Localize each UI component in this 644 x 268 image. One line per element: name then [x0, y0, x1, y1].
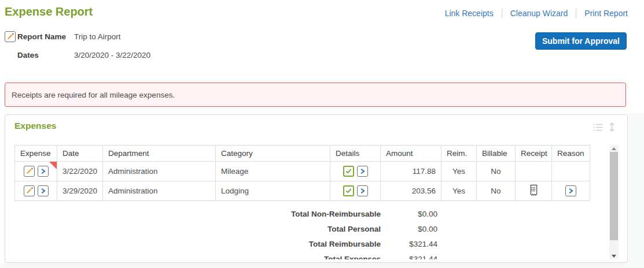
details-open-button[interactable] [357, 166, 368, 177]
edit-expense-button[interactable] [24, 185, 35, 196]
total-label: Total Non-Reimbursable [291, 210, 381, 218]
total-value: $0.00 [381, 210, 437, 218]
billable-cell: No [477, 162, 516, 181]
amount-cell: 203.56 [381, 181, 441, 201]
edit-expense-button[interactable] [24, 166, 35, 177]
total-label: Total Reimbursable [309, 240, 381, 248]
grid-toolbar [593, 122, 616, 132]
pencil-icon [6, 32, 14, 41]
expenses-heading: Expenses [14, 121, 56, 131]
open-expense-button[interactable] [38, 185, 49, 196]
expense-row: 3/29/2020 Administration Lodging [15, 181, 590, 201]
total-expenses-row: Total Expenses $321.44 [14, 251, 437, 259]
resize-grid-icon[interactable] [608, 122, 616, 132]
scrollbar-thumb[interactable] [610, 152, 618, 240]
expenses-panel: Expenses Expense Date Department Categor… [5, 114, 628, 263]
list-options-icon[interactable] [593, 123, 603, 132]
department-cell: Administration [103, 162, 216, 181]
col-receipt: Receipt [516, 146, 552, 162]
report-name-value: Trip to Airport [74, 32, 121, 41]
alert-text: Receipts are required for all mileage ex… [12, 91, 175, 99]
dates-label: Dates [17, 51, 74, 59]
total-label: Total Personal [327, 225, 381, 233]
reim-cell: Yes [441, 181, 477, 201]
total-value: $0.00 [381, 225, 437, 233]
details-checkbox[interactable] [343, 185, 354, 196]
cleanup-wizard-link[interactable]: Cleanup Wizard [510, 9, 568, 18]
reason-cell [552, 162, 590, 181]
background-bottom [0, 263, 644, 268]
date-cell: 3/22/2020 [57, 162, 103, 181]
billable-cell: No [477, 181, 516, 201]
dates-row: Dates 3/20/2020 - 3/22/2020 [5, 51, 150, 59]
report-name-row: Report Name Trip to Airport [5, 31, 121, 42]
background-right [628, 113, 644, 268]
expense-row: 3/22/2020 Administration Mileage [15, 162, 590, 181]
reason-open-button[interactable] [565, 185, 576, 196]
receipt-cell [516, 162, 552, 181]
page-title: Expense Report [5, 5, 93, 18]
col-details: Details [330, 146, 381, 162]
department-cell: Administration [103, 181, 216, 201]
divider [502, 9, 502, 18]
col-reim: Reim. [441, 146, 477, 162]
divider [576, 9, 576, 18]
print-report-link[interactable]: Print Report [584, 9, 628, 18]
submit-for-approval-button[interactable]: Submit for Approval [535, 32, 627, 50]
col-amount: Amount [381, 146, 441, 162]
flag-corner-icon [49, 162, 57, 169]
date-cell: 3/29/2020 [57, 181, 103, 201]
grid-scroll-area: Expense Date Department Category Details… [14, 145, 600, 259]
edit-report-name-button[interactable] [5, 31, 16, 42]
total-personal-row: Total Personal $0.00 [14, 221, 437, 236]
col-date: Date [57, 146, 103, 162]
total-non-reimbursable-row: Total Non-Reimbursable $0.00 [14, 206, 437, 221]
details-cell [330, 181, 381, 201]
details-checkbox[interactable] [343, 166, 354, 177]
col-reason: Reason [552, 146, 590, 162]
header-action-links: Link Receipts Cleanup Wizard Print Repor… [445, 9, 628, 18]
total-value: $321.44 [381, 255, 437, 260]
expenses-table: Expense Date Department Category Details… [14, 145, 590, 201]
reason-cell [552, 181, 590, 201]
expense-actions-cell [15, 162, 57, 181]
reim-cell: Yes [441, 162, 477, 181]
report-name-label: Report Name [17, 32, 74, 41]
receipt-cell [516, 181, 552, 201]
details-open-button[interactable] [357, 185, 368, 196]
category-cell: Lodging [216, 181, 330, 201]
col-department: Department [103, 146, 216, 162]
total-value: $321.44 [381, 240, 437, 248]
link-receipts-link[interactable]: Link Receipts [445, 9, 494, 18]
details-cell [330, 162, 381, 181]
table-header-row: Expense Date Department Category Details… [15, 146, 590, 162]
col-expense: Expense [15, 146, 57, 162]
col-category: Category [216, 146, 330, 162]
expense-actions-cell [15, 181, 57, 201]
scroll-down-button[interactable] [609, 252, 619, 259]
total-label: Total Expenses [324, 255, 381, 260]
dates-value: 3/20/2020 - 3/22/2020 [74, 51, 150, 59]
open-expense-button[interactable] [38, 166, 49, 177]
scroll-up-button[interactable] [609, 145, 619, 152]
amount-cell: 117.88 [381, 162, 441, 181]
triangle-down-icon [612, 255, 616, 258]
receipts-required-alert: Receipts are required for all mileage ex… [5, 83, 626, 107]
triangle-up-icon [612, 147, 616, 150]
totals-section: Total Non-Reimbursable $0.00 Total Perso… [14, 206, 437, 259]
col-billable: Billable [477, 146, 516, 162]
category-cell: Mileage [216, 162, 330, 181]
receipt-icon[interactable] [529, 184, 539, 196]
vertical-scrollbar[interactable] [609, 145, 619, 259]
total-reimbursable-row: Total Reimbursable $321.44 [14, 236, 437, 251]
